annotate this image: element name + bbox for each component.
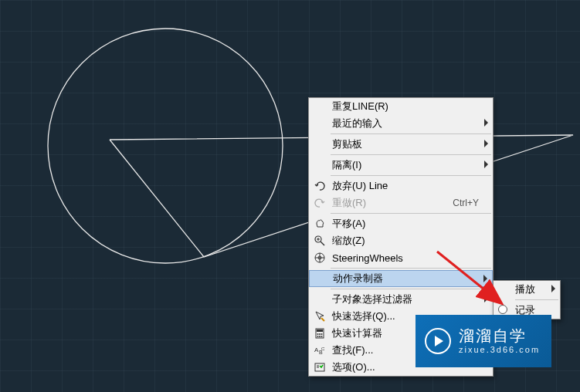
svg-point-16	[319, 336, 321, 337]
zoom-icon	[314, 235, 326, 247]
svg-point-15	[317, 336, 319, 337]
submenu-arrow-icon	[484, 295, 488, 302]
menu-label: 隔离(I)	[332, 158, 479, 172]
redo-icon	[314, 197, 326, 209]
menu-label: 子对象选择过滤器	[332, 292, 479, 306]
options-icon	[314, 361, 326, 373]
menu-separator	[331, 289, 491, 289]
menu-separator	[515, 299, 558, 300]
logo-url: zixue.3d66.com	[459, 345, 540, 355]
submenu-action-recorder: 播放 记录	[493, 280, 561, 319]
menu-separator	[331, 268, 491, 269]
menu-action-recorder[interactable]: 动作录制器	[309, 270, 493, 287]
watermark-logo: 溜溜自学 zixue.3d66.com	[415, 315, 551, 367]
submenu-play[interactable]: 播放	[494, 281, 560, 298]
menu-redo: 重做(R) Ctrl+Y	[309, 194, 493, 211]
menu-label: 放弃(U) Line	[332, 179, 479, 193]
menu-label: 缩放(Z)	[332, 234, 479, 248]
menu-subobject-filter[interactable]: 子对象选择过滤器	[309, 291, 493, 308]
menu-separator	[331, 213, 491, 214]
menu-separator	[331, 133, 491, 134]
record-radio-icon	[498, 305, 507, 314]
submenu-label: 播放	[515, 282, 546, 296]
logo-title: 溜溜自学	[459, 326, 540, 345]
menu-label: 平移(A)	[332, 217, 479, 231]
submenu-arrow-icon	[484, 140, 488, 147]
pan-icon	[314, 218, 326, 230]
menu-separator	[331, 154, 491, 155]
menu-clipboard[interactable]: 剪贴板	[309, 136, 493, 153]
menu-steeringwheels[interactable]: SteeringWheels	[309, 249, 493, 266]
menu-separator	[331, 175, 491, 176]
svg-text:C: C	[321, 346, 325, 351]
menu-shortcut: Ctrl+Y	[453, 198, 479, 208]
submenu-arrow-icon	[483, 275, 487, 282]
menu-label: 重做(R)	[332, 196, 453, 210]
menu-zoom[interactable]: 缩放(Z)	[309, 232, 493, 249]
undo-icon	[314, 180, 326, 192]
svg-point-0	[48, 29, 283, 263]
menu-label: 重复LINE(R)	[332, 100, 479, 113]
menu-pan[interactable]: 平移(A)	[309, 215, 493, 232]
play-icon	[425, 328, 451, 354]
menu-label: 剪贴板	[332, 137, 479, 151]
wheel-icon	[314, 252, 326, 264]
svg-point-12	[317, 333, 319, 335]
menu-recent-input[interactable]: 最近的输入	[309, 115, 493, 132]
submenu-arrow-icon	[484, 161, 488, 168]
quick-select-icon	[314, 310, 326, 323]
menu-repeat-line[interactable]: 重复LINE(R)	[309, 98, 493, 115]
menu-isolate[interactable]: 隔离(I)	[309, 157, 493, 174]
menu-label: 最近的输入	[332, 117, 479, 130]
submenu-arrow-icon	[484, 119, 488, 127]
submenu-arrow-icon	[551, 285, 555, 292]
menu-undo[interactable]: 放弃(U) Line	[309, 177, 493, 194]
menu-label: 动作录制器	[333, 272, 478, 286]
svg-rect-11	[317, 329, 323, 332]
find-icon: ABC	[314, 344, 326, 357]
menu-label: SteeringWheels	[332, 252, 479, 264]
svg-rect-21	[315, 363, 324, 371]
svg-point-14	[321, 333, 323, 335]
svg-point-17	[321, 336, 323, 337]
svg-line-9	[321, 318, 324, 321]
calculator-icon	[314, 327, 326, 340]
svg-line-2	[321, 242, 324, 245]
svg-point-13	[319, 333, 321, 335]
